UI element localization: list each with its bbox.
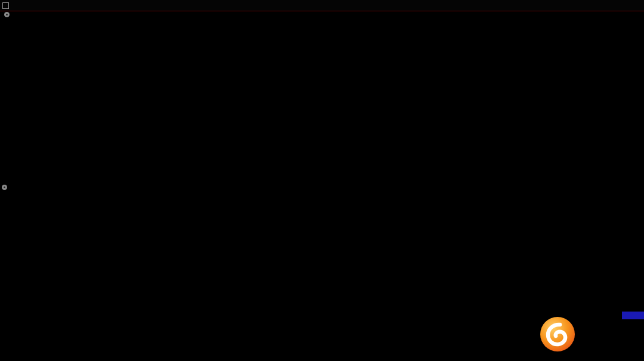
cngold-watermark xyxy=(535,315,644,359)
logo-swirl-icon xyxy=(540,317,575,351)
macd-header xyxy=(2,185,21,190)
candlestick-macd-chart[interactable] xyxy=(0,0,644,361)
indicator-collapse-icon[interactable] xyxy=(2,185,7,190)
cngold-logo-icon xyxy=(540,317,575,351)
trading-app-window xyxy=(0,0,644,361)
